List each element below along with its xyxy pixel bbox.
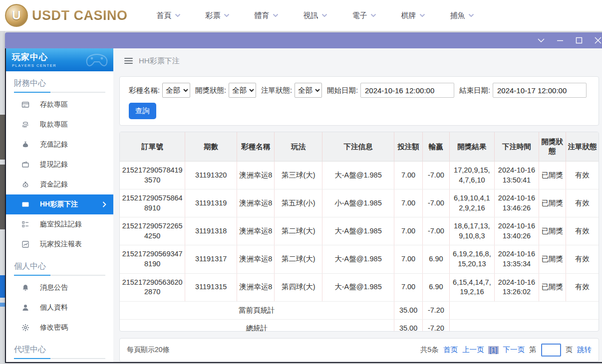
sidebar-item-funds[interactable]: 資金記錄 xyxy=(6,175,113,194)
table-cell: 有效 xyxy=(566,245,599,273)
table-cell: 6,19,2,16,8,15,20,13 xyxy=(449,245,495,273)
table-cell: 2152172905693478190 xyxy=(120,245,185,273)
lottery-name-select[interactable]: 全部 xyxy=(162,83,190,98)
table-cell: 有效 xyxy=(566,217,599,245)
bets-table-panel: 訂單號期數彩種名稱玩法下注信息投注額輸贏開獎結果下注時間開獎狀態注單狀態 215… xyxy=(119,132,599,332)
table-cell: 澳洲幸运8 xyxy=(237,245,274,273)
table-cell: 2024-10-16 13:26:02 xyxy=(495,273,539,301)
table-cell: 7.00 xyxy=(394,245,422,273)
table-cell: 2024-10-16 13:50:41 xyxy=(495,162,539,189)
sidebar-section-label: 個人中心 xyxy=(6,254,113,275)
lottery-name-label: 彩種名稱: xyxy=(129,86,160,95)
chevron-down-icon xyxy=(468,13,474,17)
table-cell: 已開獎 xyxy=(539,189,566,217)
table-cell: 6,19,10,4,12,9,2,16 xyxy=(449,189,495,217)
prev-page-link[interactable]: 上一页 xyxy=(462,345,484,355)
brand-logo[interactable]: U USDT CASINO xyxy=(5,4,128,27)
sidebar-item-hall-record[interactable]: 廳室投註記錄 xyxy=(6,214,113,234)
page-size-label: 每頁顯示20條 xyxy=(127,346,170,355)
chevron-down-icon xyxy=(370,13,376,17)
table-row: 215217290563620287031191315澳洲幸运8第四球(大)大-… xyxy=(120,273,599,301)
search-button[interactable]: 查詢 xyxy=(129,103,156,119)
table-cell: 有效 xyxy=(566,162,599,189)
column-header: 注單狀態 xyxy=(566,132,599,162)
table-cell: 31191320 xyxy=(185,162,237,189)
sidebar-item-cashout[interactable]: 提現記錄 xyxy=(6,155,113,175)
sidebar-item-gear[interactable]: 修改密碼 xyxy=(6,318,113,338)
sidebar-item-deposit[interactable]: 存款專區 xyxy=(6,95,113,115)
table-cell: 大-A盤@1.985 xyxy=(322,217,394,245)
table-cell: 澳洲幸运8 xyxy=(237,217,274,245)
topnav-item[interactable]: 電子 xyxy=(352,11,376,20)
table-cell: 大-A盤@1.985 xyxy=(322,245,394,273)
chevron-down-icon xyxy=(419,13,425,17)
sidebar-item-bell[interactable]: 消息公告 xyxy=(6,278,113,298)
table-cell: 有效 xyxy=(566,273,599,301)
sidebar-item-lottery[interactable]: HH彩票下注 xyxy=(6,194,113,214)
topnav-item[interactable]: 首頁 xyxy=(157,11,181,20)
table-cell: 澳洲幸运8 xyxy=(237,189,274,217)
first-page-link[interactable]: 首页 xyxy=(443,345,458,355)
collapse-icon[interactable] xyxy=(537,36,545,44)
table-cell: 7.00 xyxy=(394,217,422,245)
table-cell: 17,20,9,15,4,7,6,10 xyxy=(449,162,495,189)
sidebar-item-withdraw[interactable]: 取款專區 xyxy=(6,115,113,135)
summary-row: 總統計35.00-7.20 xyxy=(120,320,599,332)
table-cell: 7.00 xyxy=(394,189,422,217)
table-cell: 已開獎 xyxy=(539,162,566,189)
cashout-icon xyxy=(21,160,30,169)
sidebar-header: 玩家中心 PLAYERS CENTER xyxy=(6,48,113,71)
column-header: 下注信息 xyxy=(322,132,394,162)
sidebar-section: 個人中心 消息公告 個人資料 修改密碼 xyxy=(6,254,113,338)
table-cell: -7.00 xyxy=(423,162,449,189)
table-cell: -7.00 xyxy=(423,189,449,217)
sidebar-section: 財務中心 存款專區 取款專區 充值記錄 提現記 xyxy=(6,71,113,254)
background-fragment xyxy=(0,275,5,298)
section-divider xyxy=(14,275,105,276)
sidebar-item-report[interactable]: 玩家投注報表 xyxy=(6,234,113,254)
logo-coin-icon: U xyxy=(5,4,28,27)
chevron-down-icon xyxy=(224,13,230,17)
table-cell: 18,6,17,13,9,10,8,3 xyxy=(449,217,495,245)
summary-cell: 35.00 xyxy=(394,301,422,320)
table-footer: 每頁顯示20條 共5条 首页 上一页 [1] 下一页 第 页 跳转 xyxy=(119,338,599,362)
jump-suffix-label: 页 xyxy=(566,345,573,355)
summary-cell xyxy=(449,301,599,320)
column-header: 開獎狀態 xyxy=(539,132,566,162)
summary-cell: 總統計 xyxy=(120,320,394,332)
table-cell: 31191317 xyxy=(185,245,237,273)
withdraw-icon xyxy=(21,120,30,129)
next-page-link[interactable]: 下一页 xyxy=(503,345,525,355)
table-row: 215217290569347819031191317澳洲幸运8第二球(大)大-… xyxy=(120,245,599,273)
order-status-select[interactable]: 全部 xyxy=(295,83,322,98)
topnav-item[interactable]: 捕魚 xyxy=(450,11,474,20)
table-cell: 7.00 xyxy=(394,273,422,301)
recharge-icon xyxy=(21,140,30,149)
table-cell: 已開獎 xyxy=(539,217,566,245)
window-titlebar xyxy=(5,32,602,48)
sidebar-item-profile[interactable]: 個人資料 xyxy=(6,298,113,318)
draw-status-select[interactable]: 全部 xyxy=(229,83,256,98)
topnav-item[interactable]: 視訊 xyxy=(303,11,327,20)
gear-icon xyxy=(21,323,30,332)
topnav-item[interactable]: 體育 xyxy=(255,11,279,20)
topnav-item[interactable]: 棋牌 xyxy=(401,11,425,20)
chevron-right-icon xyxy=(102,201,106,207)
sidebar-item-recharge[interactable]: 充值記錄 xyxy=(6,135,113,155)
hall-record-icon xyxy=(21,220,30,229)
hamburger-menu-icon[interactable] xyxy=(124,58,133,64)
table-cell: 澳洲幸运8 xyxy=(237,162,274,189)
minimize-icon[interactable] xyxy=(556,36,564,44)
table-cell: 2152172905636202870 xyxy=(120,273,185,301)
start-date-input[interactable] xyxy=(360,83,454,98)
page-jump-input[interactable] xyxy=(541,344,561,357)
deposit-icon xyxy=(21,100,30,109)
maximize-icon[interactable] xyxy=(575,36,583,44)
end-date-input[interactable] xyxy=(493,83,587,98)
close-icon[interactable] xyxy=(594,36,602,44)
table-cell: 2024-10-16 13:46:26 xyxy=(495,189,539,217)
column-header: 輸贏 xyxy=(423,132,449,162)
summary-cell: 35.00 xyxy=(394,320,422,332)
jump-link[interactable]: 跳转 xyxy=(577,345,592,355)
topnav-item[interactable]: 彩票 xyxy=(206,11,230,20)
